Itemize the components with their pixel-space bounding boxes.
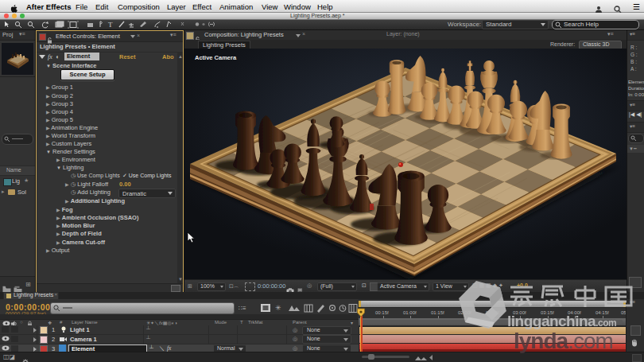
svg-text:T: T — [108, 21, 113, 29]
svg-text:✳: ✳ — [275, 304, 281, 312]
svg-text:∷≡: ∷≡ — [239, 305, 246, 312]
